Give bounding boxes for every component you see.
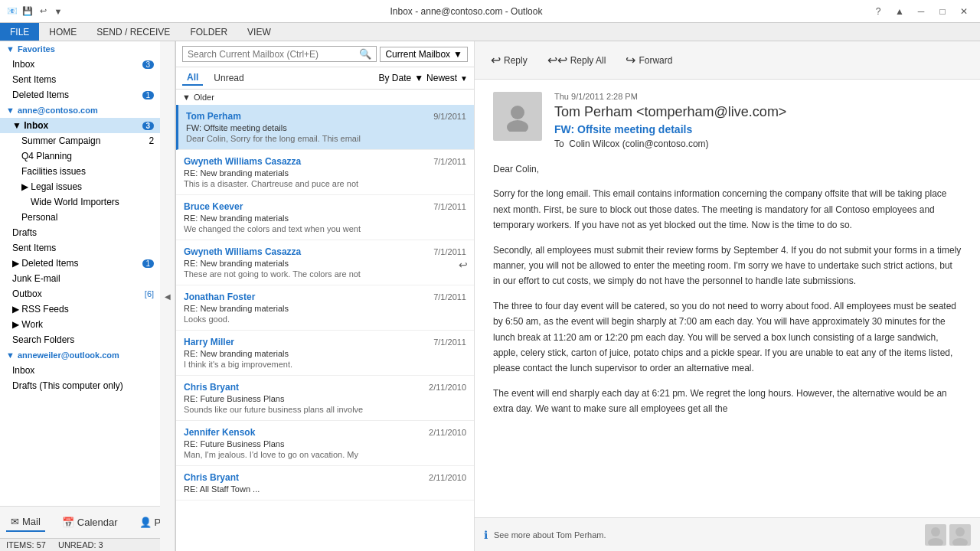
search-input-wrap[interactable]: 🔍	[182, 46, 377, 62]
ribbon-tabs: FILE HOME SEND / RECEIVE FOLDER VIEW	[0, 23, 980, 41]
search-input[interactable]	[188, 49, 359, 60]
forward-button[interactable]: ↪ Forward	[619, 49, 679, 71]
email-item[interactable]: Gwyneth Williams Casazza 7/1/2011 RE: Ne…	[176, 240, 474, 285]
close-button[interactable]: ✕	[954, 4, 974, 19]
sidebar-item-drafts2[interactable]: Drafts (This computer only)	[0, 378, 160, 393]
account2-header[interactable]: ▼ anneweiler@outlook.com	[0, 347, 160, 363]
email-item[interactable]: Bruce Keever 7/1/2011 RE: New branding m…	[176, 195, 474, 240]
sidebar-item-sent-fav[interactable]: Sent Items	[0, 72, 160, 87]
window-title: Inbox - anne@contoso.com - Outlook	[64, 6, 868, 17]
email-item[interactable]: Jonathan Foster 7/1/2011 RE: New brandin…	[176, 285, 474, 331]
email-header: Harry Miller 7/1/2011	[184, 337, 466, 347]
sidebar-item-search-folders[interactable]: Search Folders	[0, 332, 160, 347]
title-bar-left: 📧 💾 ↩ ▼	[6, 5, 64, 18]
email-date: 7/1/2011	[433, 247, 466, 256]
body-para-4: The event will end sharply each day at 6…	[493, 386, 962, 417]
search-icon: 🔍	[359, 48, 371, 60]
tab-folder[interactable]: FOLDER	[180, 23, 237, 41]
email-item[interactable]: Jennifer Kensok 2/11/2010 RE: Future Bus…	[176, 421, 474, 466]
sidebar-item-drafts[interactable]: Drafts	[0, 225, 160, 240]
sidebar-item-sent[interactable]: Sent Items	[0, 240, 160, 256]
filter-unread[interactable]: Unread	[209, 71, 248, 85]
contact-avatar-2[interactable]	[949, 524, 971, 546]
sidebar-item-legal[interactable]: ▶ Legal issues	[0, 179, 160, 194]
tab-send-receive[interactable]: SEND / RECEIVE	[87, 23, 180, 41]
inbox-count: 3	[142, 122, 155, 130]
email-timestamp: Thu 9/1/2011 2:28 PM	[554, 92, 962, 101]
quick-access-undo[interactable]: ↩	[37, 5, 49, 18]
email-sender: Chris Bryant	[184, 472, 239, 483]
sidebar-bottom: ✉ Mail 📅 Calendar 👤 People ✓ Tasks	[0, 506, 160, 551]
reply-all-button[interactable]: ↩↩ Reply All	[541, 49, 613, 71]
sidebar-item-outbox[interactable]: Outbox [6]	[0, 286, 160, 302]
tab-view[interactable]: VIEW	[237, 23, 281, 41]
email-date: 2/11/2010	[429, 428, 466, 437]
email-item[interactable]: Tom Perham 9/1/2011 FW: Offsite meeting …	[176, 105, 474, 150]
chevron-down-icon: ▼	[453, 49, 462, 60]
sidebar-item-junk[interactable]: Junk E-mail	[0, 271, 160, 286]
email-item[interactable]: Gwyneth Williams Casazza 7/1/2011 RE: Ne…	[176, 150, 474, 195]
nav-people[interactable]: 👤 People	[135, 514, 160, 531]
sidebar-item-deleted[interactable]: ▶ Deleted Items 1	[0, 256, 160, 271]
email-item[interactable]: Chris Bryant 2/11/2010 RE: Future Busine…	[176, 376, 474, 421]
sidebar-item-q4planning[interactable]: Q4 Planning	[0, 148, 160, 164]
email-item[interactable]: Harry Miller 7/1/2011 RE: New branding m…	[176, 331, 474, 376]
nav-calendar[interactable]: 📅 Calendar	[57, 514, 122, 531]
email-subject-display: FW: Offsite meeting details	[554, 123, 962, 135]
quick-access-save[interactable]: 💾	[21, 5, 34, 18]
tab-file[interactable]: FILE	[0, 23, 39, 41]
email-sender: Bruce Keever	[184, 201, 243, 212]
contact-avatar-1[interactable]	[925, 524, 946, 546]
email-sender: Gwyneth Williams Casazza	[184, 246, 301, 257]
avatar	[493, 92, 542, 141]
filter-all[interactable]: All	[182, 70, 203, 86]
email-group-older[interactable]: ▼ Older	[176, 90, 474, 105]
account1-header[interactable]: ▼ anne@contoso.com	[0, 103, 160, 118]
email-header: Chris Bryant 2/11/2010	[184, 382, 466, 393]
sidebar-item-personal[interactable]: Personal	[0, 210, 160, 225]
sidebar-item-deleted-fav[interactable]: Deleted Items 1	[0, 87, 160, 103]
email-date: 7/1/2011	[433, 157, 466, 166]
email-date: 2/11/2010	[429, 473, 466, 482]
favorites-header[interactable]: ▼ Favorites	[0, 41, 160, 57]
sidebar-item-summer-campaign[interactable]: Summer Campaign 2	[0, 133, 160, 148]
sidebar-item-inbox-fav[interactable]: Inbox 3	[0, 57, 160, 72]
sidebar-nav: ▼ Favorites Inbox 3 Sent Items Deleted I…	[0, 41, 160, 506]
sidebar-item-inbox2[interactable]: Inbox	[0, 363, 160, 378]
sort-dropdown[interactable]: By Date ▼ Newest ▼	[379, 73, 469, 83]
reading-footer: ℹ See more about Tom Perham.	[475, 517, 980, 551]
ribbon-toggle[interactable]: ▲	[890, 4, 910, 19]
reading-content: Thu 9/1/2011 2:28 PM Tom Perham <tomperh…	[475, 80, 980, 517]
sidebar-item-work[interactable]: ▶ Work	[0, 317, 160, 332]
quick-access-more[interactable]: ▼	[52, 5, 64, 18]
email-sender: Tom Perham	[186, 111, 241, 122]
outlook-icon: 📧	[6, 5, 18, 18]
email-list: Tom Perham 9/1/2011 FW: Offsite meeting …	[176, 105, 474, 551]
sidebar-item-rss[interactable]: ▶ RSS Feeds	[0, 302, 160, 317]
maximize-button[interactable]: □	[933, 4, 952, 19]
email-item[interactable]: Chris Bryant 2/11/2010 RE: All Staff Tow…	[176, 466, 474, 500]
sidebar-item-facilities[interactable]: Facilities issues	[0, 164, 160, 179]
email-subject: RE: New branding materials	[184, 214, 466, 223]
svg-point-0	[511, 106, 524, 119]
email-subject: RE: New branding materials	[184, 168, 466, 178]
sidebar-toggle[interactable]: ◀	[160, 41, 175, 551]
help-button[interactable]: ?	[868, 4, 888, 19]
email-to: To Colin Wilcox (colin@contoso.com)	[554, 139, 962, 149]
sidebar-item-wide-world[interactable]: Wide World Importers	[0, 194, 160, 210]
minimize-button[interactable]: ─	[911, 4, 931, 19]
email-sender: Gwyneth Williams Casazza	[184, 156, 301, 167]
reply-all-icon: ↩↩	[547, 53, 567, 67]
sidebar-item-inbox[interactable]: ▼ Inbox 3	[0, 118, 160, 133]
search-scope-dropdown[interactable]: Current Mailbox ▼	[380, 47, 468, 62]
email-date: 7/1/2011	[433, 292, 466, 302]
email-subject: RE: All Staff Town ...	[184, 484, 466, 494]
tab-home[interactable]: HOME	[39, 23, 87, 41]
email-subject: FW: Offsite meeting details	[186, 123, 466, 132]
unread-count: UNREAD: 3	[58, 540, 103, 549]
reply-button[interactable]: ↩ Reply	[484, 49, 534, 71]
svg-point-3	[928, 538, 943, 546]
title-bar: 📧 💾 ↩ ▼ Inbox - anne@contoso.com - Outlo…	[0, 0, 980, 23]
svg-point-1	[507, 120, 528, 132]
nav-mail[interactable]: ✉ Mail	[6, 513, 45, 532]
